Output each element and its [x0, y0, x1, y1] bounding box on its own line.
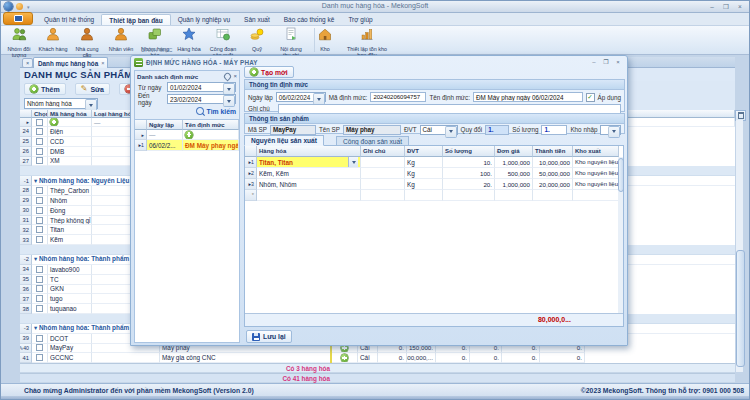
- unit-combo[interactable]: Cái: [420, 125, 458, 135]
- row-checkbox-cell[interactable]: [32, 304, 48, 314]
- add-icon[interactable]: [50, 118, 58, 126]
- amount-cell[interactable]: 50,000,000: [533, 168, 573, 179]
- product-code-cell[interactable]: lavabo900: [48, 265, 92, 275]
- unit-cell[interactable]: Kg: [405, 179, 443, 190]
- row-checkbox-cell[interactable]: [32, 353, 48, 363]
- row-checkbox-cell[interactable]: [32, 157, 48, 167]
- empty-cell[interactable]: [257, 190, 361, 201]
- checkbox-icon[interactable]: [36, 207, 43, 214]
- material-row[interactable]: ▸1Titan, TitanKg10.1,000,00010,000,000Kh…: [245, 157, 623, 168]
- filter-add-cell[interactable]: [183, 130, 239, 140]
- material-new-row[interactable]: *: [245, 190, 623, 201]
- note-cell[interactable]: [361, 168, 405, 179]
- checkbox-icon[interactable]: [36, 119, 43, 126]
- note-cell[interactable]: [361, 157, 405, 168]
- note-field[interactable]: [278, 104, 621, 114]
- ribbon-button[interactable]: Công đoạn sản xuất: [206, 26, 240, 58]
- column-header[interactable]: Thành tiền: [533, 146, 573, 157]
- expand-icon[interactable]: [341, 354, 349, 362]
- numeric-cell[interactable]: 0.: [540, 353, 585, 363]
- checkbox-icon[interactable]: [36, 148, 43, 155]
- tabstrip-close-icon[interactable]: ×: [22, 58, 33, 68]
- numeric-cell[interactable]: 0.: [470, 353, 502, 363]
- chevron-down-icon[interactable]: [348, 157, 358, 167]
- empty-cell[interactable]: [405, 190, 443, 201]
- product-code-cell[interactable]: Thép_Carbon: [48, 186, 92, 196]
- material-row[interactable]: ▸2Kẽm, KẽmKg100.500,00050,000,000Kho ngu…: [245, 168, 623, 179]
- tab-close-icon[interactable]: ×: [101, 60, 104, 66]
- column-header[interactable]: Hàng hóa: [257, 146, 361, 157]
- column-header[interactable]: ĐVT: [405, 146, 443, 157]
- empty-cell[interactable]: [495, 190, 533, 201]
- product-name-cell[interactable]: Máy gia công CNC: [160, 353, 332, 363]
- price-cell[interactable]: 500,000: [495, 168, 533, 179]
- checkbox-icon[interactable]: [36, 285, 43, 292]
- row-checkbox-cell[interactable]: [32, 285, 48, 295]
- column-header[interactable]: Tên định mức: [183, 120, 239, 130]
- row-checkbox-cell[interactable]: [32, 196, 48, 206]
- qty-field[interactable]: 1.: [541, 125, 567, 135]
- search-button[interactable]: Tìm kiếm: [196, 107, 236, 115]
- checkbox-icon[interactable]: [36, 226, 43, 233]
- unit-cell[interactable]: Cái: [358, 353, 378, 363]
- add-button[interactable]: Thêm: [24, 83, 66, 95]
- amount-cell[interactable]: 10,000,000: [533, 157, 573, 168]
- tab-nguyen-lieu-san-xuat[interactable]: Nguyên liệu sản xuất: [244, 135, 324, 146]
- column-header[interactable]: [135, 120, 147, 130]
- price-cell[interactable]: 1,000,000: [495, 179, 533, 190]
- product-code-cell[interactable]: Đồng: [48, 206, 92, 216]
- checkbox-icon[interactable]: [36, 335, 43, 342]
- save-button[interactable]: Lưu lại: [246, 330, 292, 343]
- product-code-cell[interactable]: GKN: [48, 285, 92, 295]
- quantity-cell[interactable]: 100.: [443, 168, 495, 179]
- warehouse-combo[interactable]: [600, 125, 621, 135]
- row-checkbox-cell[interactable]: [32, 206, 48, 216]
- checkbox-icon[interactable]: [36, 266, 43, 273]
- checkbox-icon[interactable]: [36, 138, 43, 145]
- list-item[interactable]: ▸106/02/2...ĐM Máy phay ngà...: [135, 140, 239, 151]
- column-header[interactable]: Kho xuất: [573, 146, 619, 157]
- column-header[interactable]: [20, 110, 32, 118]
- product-code-cell[interactable]: DMB: [48, 147, 92, 157]
- checkbox-icon[interactable]: [36, 344, 43, 351]
- edit-button[interactable]: ✎ Sửa: [75, 83, 110, 95]
- column-header[interactable]: Ngày lập: [147, 120, 183, 130]
- product-code-cell[interactable]: Kẽm: [48, 235, 92, 245]
- warehouse-cell[interactable]: Kho nguyên liệu: [573, 157, 619, 168]
- from-date-combo[interactable]: 01/02/2024: [167, 82, 236, 92]
- product-code-cell[interactable]: Titan: [48, 225, 92, 235]
- filter-checkbox-cell[interactable]: [32, 118, 48, 127]
- close-icon[interactable]: ×: [734, 2, 746, 11]
- product-code-cell[interactable]: GCCNC: [48, 353, 92, 363]
- product-code-cell[interactable]: MayPay: [48, 344, 92, 354]
- checkbox-icon[interactable]: [36, 295, 43, 302]
- row-checkbox-cell[interactable]: [32, 294, 48, 304]
- ribbon-button[interactable]: Nhà cung cấp: [70, 26, 104, 58]
- checkbox-icon[interactable]: [36, 128, 43, 135]
- row-checkbox-cell[interactable]: [32, 344, 48, 354]
- application-menu-button[interactable]: [3, 12, 33, 25]
- scrollbar-thumb[interactable]: [736, 250, 745, 367]
- ribbon-button[interactable]: Nhóm đối tượng: [2, 26, 36, 58]
- column-header[interactable]: Số lượng: [443, 146, 495, 157]
- product-group-filter-combo[interactable]: Nhóm hàng hóa: [24, 98, 98, 109]
- dialog-minimize-icon[interactable]: –: [588, 57, 600, 66]
- checkbox-icon[interactable]: [36, 354, 43, 361]
- materials-scrollbar[interactable]: [618, 157, 623, 313]
- material-name-cell[interactable]: Titan, Titan: [257, 157, 361, 168]
- ribbon-tab-[interactable]: Báo cáo thống kê: [277, 14, 342, 25]
- row-checkbox-cell[interactable]: [32, 147, 48, 157]
- ribbon-button[interactable]: Nhóm hàng hóa: [138, 26, 172, 58]
- date-combo[interactable]: 06/02/2024: [276, 92, 326, 102]
- code-field[interactable]: 20240206094757: [370, 92, 426, 102]
- checkbox-icon[interactable]: [36, 157, 43, 164]
- ribbon-tab-[interactable]: Sản xuất: [237, 14, 277, 25]
- panel-close-icon[interactable]: ×: [233, 73, 237, 79]
- row-checkbox-cell[interactable]: [32, 186, 48, 196]
- ribbon-tab-[interactable]: Quản lý nghiệp vụ: [171, 14, 237, 25]
- row-action-cell[interactable]: [332, 353, 358, 363]
- row-checkbox-cell[interactable]: [32, 225, 48, 235]
- scrollbar-thumb[interactable]: [618, 158, 624, 192]
- filter-cell[interactable]: —: [147, 130, 183, 140]
- main-scrollbar[interactable]: [735, 110, 744, 373]
